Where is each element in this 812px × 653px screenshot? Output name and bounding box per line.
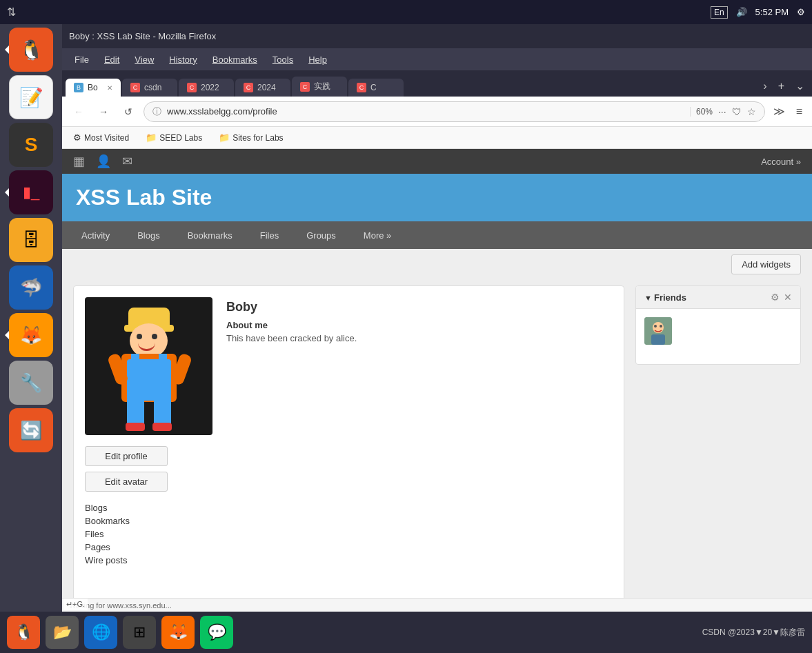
taskbar-extra-icon[interactable]: ⊞ <box>123 616 156 649</box>
bob-shoe-left <box>126 423 145 431</box>
taskbar-wechat-icon[interactable]: 💬 <box>200 616 233 649</box>
zoom-level: 60% <box>690 107 713 117</box>
arrows-icon: ⇅ <box>7 6 16 19</box>
firefox-logo: 🦊 <box>20 325 42 346</box>
seed-labs-icon: 📁 <box>146 132 157 143</box>
tab-2024[interactable]: C 2024 <box>235 79 290 97</box>
sidebar-text-editor-icon[interactable]: 📝 <box>9 75 53 119</box>
nav-more[interactable]: More » <box>358 228 397 243</box>
sidebar-firefox-icon[interactable]: 🦊 <box>9 313 53 357</box>
xss-topbar-user-icon[interactable]: 👤 <box>96 154 111 169</box>
tab-practice[interactable]: C 实践 <box>292 77 347 97</box>
profile-about-label: About me <box>226 320 357 330</box>
tab-active-xss[interactable]: B Bo ✕ <box>66 79 121 97</box>
tab-actions: › + ⌄ <box>759 77 809 97</box>
edit-avatar-button[interactable]: Edit avatar <box>85 472 168 492</box>
xss-topbar-grid-icon[interactable]: ▦ <box>73 154 85 169</box>
friends-close-icon[interactable]: ✕ <box>784 292 792 303</box>
sidebar: 🐧 📝 S ▮_ 🗄 🦈 🦊 🔧 🔄 <box>0 24 62 612</box>
sidebar-ubuntu-icon[interactable]: 🐧 <box>9 28 53 72</box>
taskbar-top-left: ⇅ <box>7 6 16 19</box>
nav-groups[interactable]: Groups <box>301 228 341 243</box>
taskbar-ubuntu-icon[interactable]: 🐧 <box>7 616 40 649</box>
menu-view[interactable]: View <box>128 52 161 68</box>
menu-help[interactable]: Help <box>301 52 334 68</box>
back-button[interactable]: ← <box>69 102 88 121</box>
tab-extra[interactable]: C C <box>348 79 404 97</box>
practice-favicon: C <box>303 83 308 90</box>
taskbar-bottom: 🐧 📂 🌐 ⊞ 🦊 💬 CSDN @2023▼20▼陈彦雷 <box>0 612 812 653</box>
extensions-btn[interactable]: ≫ <box>771 102 788 121</box>
nav-bookmarks[interactable]: Bookmarks <box>182 228 238 243</box>
browser-icon-symbol: 🌐 <box>92 623 110 641</box>
taskbar-firefox-icon[interactable]: 🦊 <box>161 616 195 649</box>
more-options-icon[interactable]: ··· <box>718 106 726 117</box>
sidebar-sublime-icon[interactable]: S <box>9 123 53 167</box>
nav-activity[interactable]: Activity <box>76 228 115 243</box>
taskbar-files-icon[interactable]: 📂 <box>46 616 79 649</box>
bookmark-sites-for-labs[interactable]: 📁 Sites for Labs <box>215 130 287 145</box>
active-tab-favicon-icon: B <box>77 84 81 91</box>
bookmark-star-icon[interactable]: ☆ <box>747 106 756 117</box>
bookmark-seed-labs[interactable]: 📁 SEED Labs <box>141 130 206 145</box>
xss-account-link[interactable]: Account » <box>761 157 801 167</box>
active-tab-close[interactable]: ✕ <box>107 84 112 92</box>
sidebar-terminal-icon[interactable]: ▮_ <box>9 170 53 214</box>
taskbar-browser-icon[interactable]: 🌐 <box>84 616 117 649</box>
profile-link-pages[interactable]: Pages <box>85 542 613 552</box>
profile-link-files[interactable]: Files <box>85 529 613 539</box>
bookmark-most-visited[interactable]: ⚙ Most Visited <box>69 130 133 145</box>
xss-site-nav: Activity Blogs Bookmarks Files Groups Mo… <box>62 221 812 249</box>
tab-list-btn[interactable]: ⌄ <box>791 77 809 95</box>
xss-topbar-mail-icon[interactable]: ✉ <box>122 154 132 169</box>
tab-csdn[interactable]: C csdn <box>122 79 177 97</box>
browser-menu-bar: File Edit View History Bookmarks Tools H… <box>62 48 812 70</box>
bob-strap-right <box>159 354 167 368</box>
firefox-icon-symbol: 🦊 <box>169 623 188 641</box>
friends-header: Friends ⚙ ✕ <box>636 286 800 309</box>
xss-site-title: XSS Lab Site <box>76 185 798 210</box>
friends-settings-icon[interactable]: ⚙ <box>771 292 780 303</box>
browser-menu-btn[interactable]: ≡ <box>793 103 805 121</box>
sidebar-update-icon[interactable]: 🔄 <box>9 408 53 452</box>
menu-file[interactable]: File <box>68 52 96 68</box>
browser-title-text: Boby : XSS Lab Site - Mozilla Firefox <box>69 31 216 41</box>
sidebar-files-icon[interactable]: 🗄 <box>9 218 53 262</box>
menu-tools[interactable]: Tools <box>266 52 300 68</box>
tab-more-btn[interactable]: › <box>759 77 771 95</box>
sublime-logo: S <box>25 134 38 156</box>
profile-link-blogs[interactable]: Blogs <box>85 503 613 513</box>
new-tab-btn[interactable]: + <box>774 77 789 95</box>
profile-card: Boby About me This have been cracked by … <box>73 285 624 601</box>
forward-button[interactable]: → <box>94 102 113 121</box>
browser-window: Boby : XSS Lab Site - Mozilla Firefox Fi… <box>62 24 812 612</box>
tab-2022[interactable]: C 2022 <box>179 79 234 97</box>
url-bar[interactable]: ⓘ www.xsslabelgg.com/profile 60% ··· 🛡 ☆ <box>143 101 765 122</box>
sidebar-settings-icon[interactable]: 🔧 <box>9 361 53 405</box>
friend-avatar-alice[interactable] <box>644 317 672 345</box>
xss-lab-site: ▦ 👤 ✉ Account » XSS Lab Site Activity Bl… <box>62 149 812 612</box>
tab-extra-label: C <box>370 83 377 92</box>
tab-practice-label: 实践 <box>314 81 330 92</box>
refresh-button[interactable]: ↺ <box>119 102 138 121</box>
svg-rect-2 <box>651 334 665 345</box>
nav-blogs[interactable]: Blogs <box>132 228 166 243</box>
sidebar-terminal-arrow <box>5 188 9 197</box>
sidebar-firefox-arrow <box>5 331 9 339</box>
profile-link-bookmarks[interactable]: Bookmarks <box>85 516 613 526</box>
add-widgets-bar: Add widgets <box>62 249 812 274</box>
nav-files[interactable]: Files <box>255 228 284 243</box>
menu-edit[interactable]: Edit <box>97 52 126 68</box>
profile-link-wire-posts[interactable]: Wire posts <box>85 555 613 565</box>
menu-history[interactable]: History <box>162 52 204 68</box>
settings-logo: 🔧 <box>20 372 42 394</box>
system-settings-icon[interactable]: ⚙ <box>797 7 805 17</box>
browser-address-bar: ← → ↺ ⓘ www.xsslabelgg.com/profile 60% ·… <box>62 97 812 127</box>
sidebar-wireshark-icon[interactable]: 🦈 <box>9 265 53 310</box>
edit-profile-button[interactable]: Edit profile <box>85 446 168 466</box>
add-widgets-button[interactable]: Add widgets <box>731 254 801 274</box>
profile-links: Blogs Bookmarks Files Pages Wire posts <box>85 503 613 565</box>
most-visited-label: Most Visited <box>84 133 129 143</box>
sidebar-active-arrow <box>5 46 9 54</box>
menu-bookmarks[interactable]: Bookmarks <box>206 52 264 68</box>
